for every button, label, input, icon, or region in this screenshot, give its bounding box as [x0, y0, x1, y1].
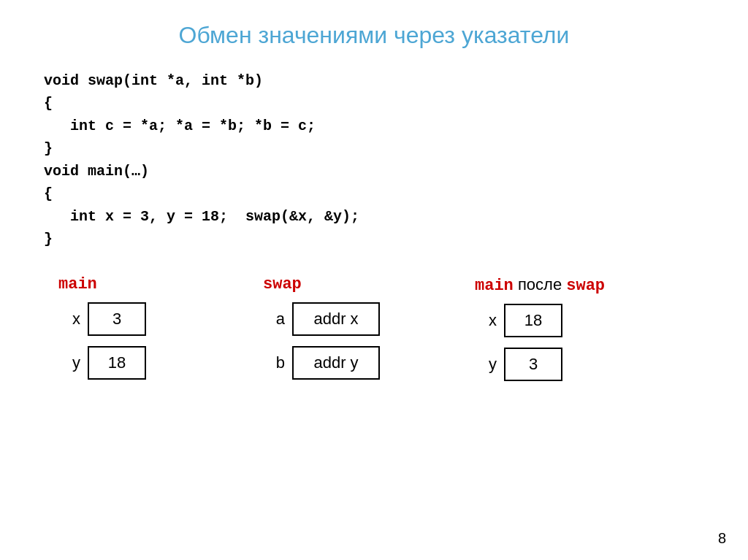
swap-b-box: addr y: [292, 346, 380, 380]
main-before-x-box: 3: [88, 302, 146, 336]
main-after-title-red2: swap: [566, 277, 605, 295]
main-after-x-box: 18: [504, 304, 562, 337]
main-before-x-row: x 3: [58, 302, 146, 336]
swap-b-row: b addr y: [263, 346, 380, 380]
code-line-7: int x = 3, y = 18; swap(&x, &y);: [44, 205, 704, 228]
swap-a-box: addr x: [292, 302, 380, 336]
code-line-8: }: [44, 228, 704, 250]
code-line-5: void main(…): [44, 160, 704, 183]
main-before-y-label: y: [58, 353, 80, 372]
main-after-y-box: 3: [504, 348, 562, 381]
main-after-y-row: y 3: [475, 348, 562, 381]
swap-a-label: a: [263, 310, 285, 329]
main-before-x-label: x: [58, 310, 80, 329]
main-before-group: main x 3 y 18: [58, 275, 205, 390]
code-line-3: int c = *a; *a = *b; *b = c;: [44, 115, 704, 137]
swap-a-row: a addr x: [263, 302, 380, 336]
code-block: void swap(int *a, int *b) { int c = *a; …: [44, 69, 704, 250]
main-after-x-label: x: [475, 311, 497, 330]
diagram-section: main x 3 y 18 swap a addr x b addr y: [44, 275, 704, 391]
main-before-y-row: y 18: [58, 346, 146, 380]
page-title: Обмен значениями через указатели: [44, 22, 704, 49]
main-after-title: main после swap: [475, 275, 605, 295]
swap-b-label: b: [263, 353, 285, 372]
page: Обмен значениями через указатели void sw…: [0, 0, 748, 560]
main-before-y-box: 18: [88, 346, 146, 380]
swap-group: swap a addr x b addr y: [263, 275, 424, 390]
main-after-x-row: x 18: [475, 304, 562, 337]
code-line-6: {: [44, 183, 704, 205]
page-number: 8: [718, 530, 726, 547]
code-line-2: {: [44, 92, 704, 115]
swap-title: swap: [263, 275, 302, 294]
main-after-title-red1: main: [475, 277, 514, 295]
main-after-group: main после swap x 18 y 3: [475, 275, 621, 391]
code-line-4: }: [44, 137, 704, 160]
code-line-1: void swap(int *a, int *b): [44, 69, 704, 92]
main-after-title-normal: после: [514, 275, 566, 294]
main-before-title: main: [58, 275, 97, 294]
main-after-y-label: y: [475, 355, 497, 374]
